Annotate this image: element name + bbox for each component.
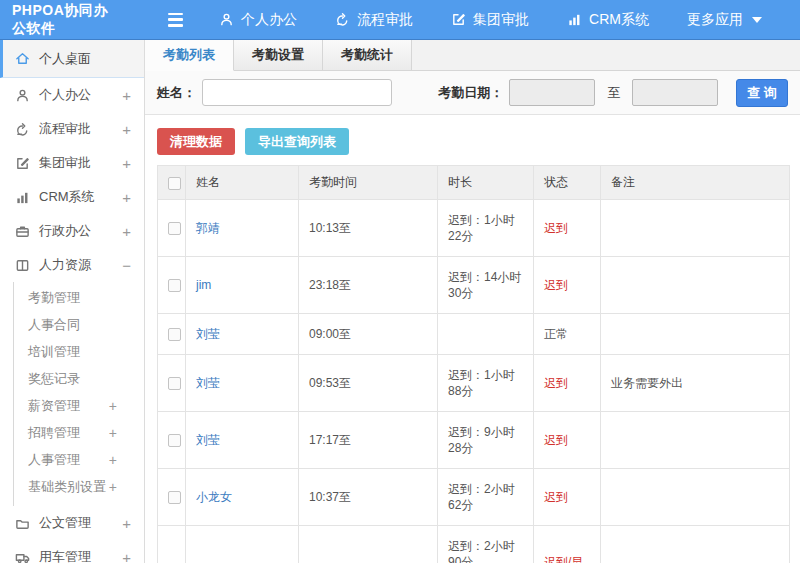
sidebar-subitem-2[interactable]: 培训管理 [14,338,144,365]
sidebar-item-label: 个人桌面 [39,50,91,68]
sidebar-item-label: 行政办公 [39,222,91,240]
sidebar-item-4[interactable]: CRM系统+ [0,180,144,214]
status-badge: 迟到 [534,412,601,469]
column-header: 状态 [534,166,601,200]
employee-name-link[interactable]: 刘莹 [196,376,220,390]
sidebar-item-8[interactable]: 用车管理+ [0,540,144,563]
row-checkbox[interactable] [168,491,181,504]
employee-name-link[interactable]: 小龙女 [196,490,232,504]
expand-icon[interactable]: + [109,452,117,468]
edit-icon [451,12,466,27]
search-button[interactable]: 查 询 [736,79,788,107]
table-row: 刘莹09:53至迟到：1小时88分迟到业务需要外出 [158,355,790,412]
sidebar-subitem-label: 人事合同 [28,316,80,334]
sidebar-item-label: 公文管理 [39,514,91,532]
sidebar-subitem-1[interactable]: 人事合同 [14,311,144,338]
sidebar-subitem-5[interactable]: 招聘管理+ [14,419,144,446]
topnav-item-4[interactable]: 更多应用 [687,11,762,29]
name-filter-label: 姓名： [157,84,196,102]
sidebar-item-label: 人力资源 [39,256,91,274]
expand-icon[interactable]: + [109,398,117,414]
topnav-item-3[interactable]: CRM系统 [567,11,649,29]
export-list-button[interactable]: 导出查询列表 [245,128,349,155]
select-all-checkbox[interactable] [168,177,181,190]
sidebar-subitem-label: 人事管理 [28,451,80,469]
sidebar-subitem-0[interactable]: 考勤管理 [14,284,144,311]
sidebar-item-label: CRM系统 [39,188,95,206]
note-cell [601,412,790,469]
expand-icon[interactable]: + [122,549,131,563]
chart-icon [567,12,582,27]
sidebar-subitem-label: 考勤管理 [28,289,80,307]
topnav-item-0[interactable]: 个人办公 [219,11,297,29]
tab-1[interactable]: 考勤设置 [234,40,323,70]
status-badge: 正常 [534,314,601,355]
table-row: jim23:18至迟到：14小时30分迟到 [158,257,790,314]
expand-icon[interactable]: + [109,425,117,441]
row-checkbox[interactable] [168,328,181,341]
attendance-time-cell: 09:00至 [299,314,438,355]
tab-2[interactable]: 考勤统计 [323,40,412,70]
expand-icon[interactable]: + [122,223,131,240]
employee-name-link[interactable]: 郭靖 [196,221,220,235]
sidebar-item-2[interactable]: 流程审批+ [0,112,144,146]
topnav-item-label: 更多应用 [687,11,743,29]
sidebar-subitem-label: 基础类别设置 [28,478,106,496]
sidebar-sublist: 考勤管理人事合同培训管理奖惩记录薪资管理+招聘管理+人事管理+基础类别设置+ [13,282,144,506]
menu-toggle-icon[interactable] [168,13,183,27]
table-row: 小龙女10:37至迟到：2小时62分迟到 [158,469,790,526]
sidebar-item-label: 流程审批 [39,120,91,138]
date-range-to-label: 至 [607,84,620,102]
name-filter-input[interactable] [202,79,392,106]
topnav-items: 个人办公流程审批集团审批CRM系统更多应用 [219,11,800,29]
sidebar-item-6[interactable]: 人力资源− [0,248,144,282]
attendance-time-cell: 17:17至 [299,412,438,469]
duration-cell: 迟到：1小时88分 [438,355,534,412]
attendance-time-cell: 10:37至 [299,469,438,526]
tab-bar: 考勤列表考勤设置考勤统计 [145,40,800,71]
search-filter-bar: 姓名： 考勤日期： 至 查 询 [145,71,800,115]
row-checkbox[interactable] [168,222,181,235]
date-to-input[interactable] [632,79,718,106]
topnav-item-1[interactable]: 流程审批 [335,11,413,29]
person-icon [219,12,234,27]
collapse-icon[interactable]: − [122,257,131,274]
sidebar-item-1[interactable]: 个人办公+ [0,78,144,112]
sidebar-item-7[interactable]: 公文管理+ [0,506,144,540]
sidebar-item-5[interactable]: 行政办公+ [0,214,144,248]
caret-down-icon [752,17,762,23]
topnav-item-2[interactable]: 集团审批 [451,11,529,29]
table-row: 郭靖10:13至迟到：1小时22分迟到 [158,200,790,257]
sidebar-subitem-3[interactable]: 奖惩记录 [14,365,144,392]
employee-name-link[interactable]: 刘莹 [196,327,220,341]
tab-0[interactable]: 考勤列表 [145,40,234,71]
expand-icon[interactable]: + [109,479,117,495]
expand-icon[interactable]: + [122,155,131,172]
row-checkbox[interactable] [168,377,181,390]
row-checkbox[interactable] [168,434,181,447]
attendance-time-cell: 10:54至10:54 [299,526,438,563]
sidebar-item-3[interactable]: 集团审批+ [0,146,144,180]
sidebar-item-0[interactable]: 个人桌面 [0,40,144,78]
expand-icon[interactable]: + [122,87,131,104]
employee-name-link[interactable]: 刘莹 [196,433,220,447]
employee-name-link[interactable]: jim [196,278,211,292]
sidebar-subitem-7[interactable]: 基础类别设置+ [14,473,144,500]
status-badge: 迟到 [534,355,601,412]
date-from-input[interactable] [509,79,595,106]
sidebar-subitem-6[interactable]: 人事管理+ [14,446,144,473]
sidebar-subitem-4[interactable]: 薪资管理+ [14,392,144,419]
row-checkbox[interactable] [168,279,181,292]
sidebar-subitem-label: 奖惩记录 [28,370,80,388]
expand-icon[interactable]: + [122,189,131,206]
duration-cell: 迟到：14小时30分 [438,257,534,314]
expand-icon[interactable]: + [122,515,131,532]
topnav-item-label: 流程审批 [357,11,413,29]
clean-data-button[interactable]: 清理数据 [157,128,235,155]
flow-icon [15,122,30,137]
action-buttons: 清理数据 导出查询列表 [145,115,800,165]
expand-icon[interactable]: + [122,121,131,138]
column-header: 姓名 [186,166,299,200]
topnav-item-label: CRM系统 [589,11,649,29]
attendance-table: 姓名考勤时间时长状态备注 郭靖10:13至迟到：1小时22分迟到jim23:18… [157,165,790,563]
